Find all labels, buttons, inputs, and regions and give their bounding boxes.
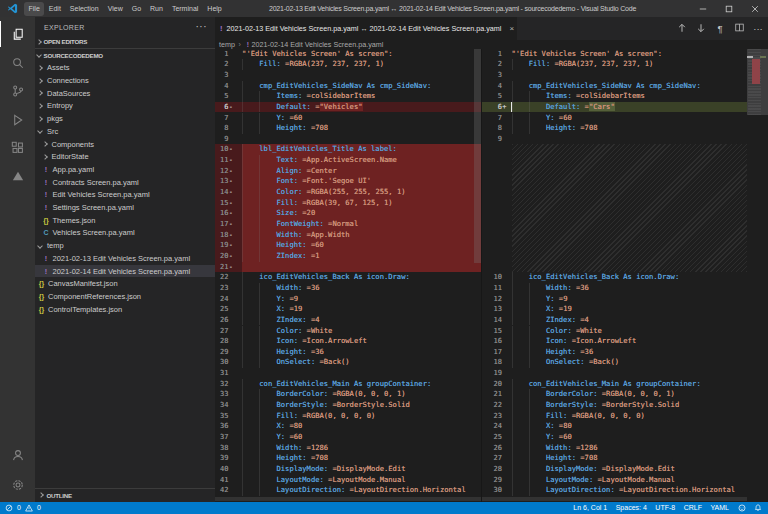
code-line-left-22[interactable]: 22 ico_EditVehicles_Back As icon.Draw: [215,272,481,283]
code-line-left-3[interactable]: 3 [215,70,481,81]
code-line-left-26[interactable]: 26 ZIndex: =4 [215,315,481,326]
code-line-right-3[interactable]: 3 [482,70,768,81]
code-line-left-32[interactable]: 32 con_EditVehicles_Main As groupContain… [215,379,481,390]
diff-pane-modified[interactable]: 1"'Edit Vehicles Screen' As screen":2 Fi… [482,40,768,502]
menu-selection[interactable]: Selection [65,2,103,16]
code-line-left-25[interactable]: 25 X: =19 [215,304,481,315]
code-line-left-5[interactable]: 5 Items: =colSidebarItems [215,91,481,102]
code-line-right-22[interactable]: 22 BorderStyle: =BorderStyle.Solid [482,400,768,411]
code-line-left-21[interactable]: 21- [215,262,481,273]
code-line-right-4[interactable]: 4 cmp_EditVehicles_SideNav As cmp_SideNa… [482,81,768,92]
code-line-left-42[interactable]: 42 LayoutDirection: =LayoutDirection.Hor… [215,485,481,496]
code-line-left-10[interactable]: 10- lbl_EditVehicles_Title As label: [215,144,481,155]
code-line-left-30[interactable]: 30 OnSelect: =Back() [215,357,481,368]
code-line-left-19[interactable]: 19- Height: =60 [215,240,481,251]
menu-edit[interactable]: Edit [44,2,65,16]
code-line-left-38[interactable]: 38 Width: =1286 [215,443,481,454]
code-line-left-27[interactable]: 27 Color: =White [215,326,481,337]
tree-file-themes-json[interactable]: {}Themes.json [35,214,215,227]
minimize-button[interactable] [690,0,716,17]
breadcrumb[interactable]: temp › ! 2021-02-14 Edit Vehicles Screen… [215,40,768,49]
code-line-left-40[interactable]: 40 DisplayMode: =DisplayMode.Edit [215,464,481,475]
menu-terminal[interactable]: Terminal [167,2,202,16]
code-line-right-30[interactable]: 30 LayoutDirection: =LayoutDirection.Hor… [482,485,768,496]
code-line-left-41[interactable]: 41 LayoutMode: =LayoutMode.Manual [215,475,481,486]
toggle-whitespace-icon[interactable]: ¶ [714,23,726,34]
code-line-left-15[interactable]: 15- Fill: =RGBA(39, 67, 125, 1) [215,198,481,209]
code-line-right-7[interactable]: 7 Y: =60 [482,113,768,124]
status-item-3[interactable]: CRLF [684,504,702,511]
maximize-button[interactable] [716,0,742,17]
code-line-right-27[interactable]: 27 Height: =708 [482,453,768,464]
tree-folder-pkgs[interactable]: pkgs [35,112,215,125]
code-line-left-20[interactable]: 20- ZIndex: =1 [215,251,481,262]
code-line-right-20[interactable]: 20 con_EditVehicles_Main As groupContain… [482,379,768,390]
code-line-right-16[interactable]: 16 Icon: =Icon.ArrowLeft [482,336,768,347]
notifications-icon[interactable] [754,504,762,512]
tree-folder-entropy[interactable]: Entropy [35,100,215,113]
source-control-icon[interactable] [0,78,35,104]
horizontal-scrollbar-right[interactable] [482,497,747,501]
status-problems[interactable]: 0 0 [0,504,41,512]
tree-file-2021-02-14-edit-vehicles-screen-pa-yaml[interactable]: !2021-02-14 Edit Vehicles Screen.pa.yaml [35,265,215,278]
menu-file[interactable]: File [24,2,44,16]
left-pane-scrollbar[interactable] [474,49,482,263]
code-line-right-1[interactable]: 1"'Edit Vehicles Screen' As screen": [482,49,768,60]
code-line-left-17[interactable]: 17- FontWeight: =Normal [215,219,481,230]
section-outline[interactable]: OUTLINE [35,488,215,502]
code-line-right-6[interactable]: 6+ Default: ="Cars" [482,102,768,113]
code-line-left-6[interactable]: 6- Default: ="Vehicles" [215,102,481,113]
tab-close-icon[interactable]: × [509,24,514,33]
code-line-left-8[interactable]: 8 Height: =708 [215,123,481,134]
status-item-4[interactable]: YAML [710,504,729,511]
horizontal-scrollbar-left[interactable] [215,497,481,501]
code-line-left-9[interactable]: 9 [215,134,481,145]
breadcrumb-folder[interactable]: temp [219,40,235,49]
code-line-left-12[interactable]: 12- Align: =Center [215,166,481,177]
code-line-left-11[interactable]: 11- Text: =App.ActiveScreen.Name [215,155,481,166]
code-line-right-15[interactable]: 15 Color: =White [482,326,768,337]
code-line-left-2[interactable]: 2 Fill: =RGBA(237, 237, 237, 1) [215,59,481,70]
tree-file-edit-vehicles-screen-pa-yaml[interactable]: !Edit Vehicles Screen.pa.yaml [35,189,215,202]
code-line-right-10[interactable]: 10 ico_EditVehicles_Back As icon.Draw: [482,272,768,283]
code-line-right-13[interactable]: 13 X: =19 [482,304,768,315]
code-line-right-24[interactable]: 24 X: =80 [482,421,768,432]
tree-file-app-pa-yaml[interactable]: !App.pa.yaml [35,163,215,176]
custom-extension-icon[interactable] [0,163,35,189]
code-line-right-5[interactable]: 5 Items: =colSidebarItems [482,91,768,102]
code-line-right-14[interactable]: 14 ZIndex: =4 [482,315,768,326]
settings-icon[interactable] [0,472,35,498]
code-line-left-24[interactable]: 24 Y: =9 [215,294,481,305]
extensions-icon[interactable] [0,135,35,161]
tab-diff-editor[interactable]: ! 2021-02-13 Edit Vehicles Screen.pa.yam… [215,17,518,40]
tree-file-controltemplates-json[interactable]: {}ControlTemplates.json [35,303,215,316]
code-line-left-33[interactable]: 33 BorderColor: =RGBA(0, 0, 0, 1) [215,389,481,400]
menu-run[interactable]: Run [146,2,168,16]
run-debug-icon[interactable] [0,107,35,133]
code-line-right-29[interactable]: 29 LayoutMode: =LayoutMode.Manual [482,475,768,486]
tree-file-componentreferences-json[interactable]: {}ComponentReferences.json [35,290,215,303]
tree-folder-temp[interactable]: temp [35,239,215,252]
tree-folder-assets[interactable]: Assets [35,62,215,75]
split-editor-icon[interactable] [733,23,745,34]
tree-folder-editorstate[interactable]: EditorState [35,150,215,163]
feedback-icon[interactable] [738,504,746,512]
status-item-0[interactable]: Ln 6, Col 1 [573,504,607,511]
code-line-left-1[interactable]: 1"'Edit Vehicles Screen' As screen": [215,49,481,60]
code-line-left-29[interactable]: 29 Height: =36 [215,347,481,358]
status-item-1[interactable]: Spaces: 4 [616,504,647,511]
previous-change-icon[interactable] [676,23,688,35]
code-line-left-37[interactable]: 37 Y: =60 [215,432,481,443]
code-line-left-28[interactable]: 28 Icon: =Icon.ArrowLeft [215,336,481,347]
code-line-right-2[interactable]: 2 Fill: =RGBA(237, 237, 237, 1) [482,59,768,70]
tree-file-contracts-screen-pa-yaml[interactable]: !Contracts Screen.pa.yaml [35,176,215,189]
close-button[interactable] [742,0,768,17]
code-line-left-13[interactable]: 13- Font: =Font.'Segoe UI' [215,176,481,187]
explorer-icon[interactable] [0,21,35,47]
next-change-icon[interactable] [695,23,707,35]
code-line-right-11[interactable]: 11 Width: =36 [482,283,768,294]
code-line-right-28[interactable]: 28 DisplayMode: =DisplayMode.Edit [482,464,768,475]
account-icon[interactable] [0,442,35,468]
tree-folder-src[interactable]: Src [35,125,215,138]
tree-file-settings-screen-pa-yaml[interactable]: !Settings Screen.pa.yaml [35,201,215,214]
